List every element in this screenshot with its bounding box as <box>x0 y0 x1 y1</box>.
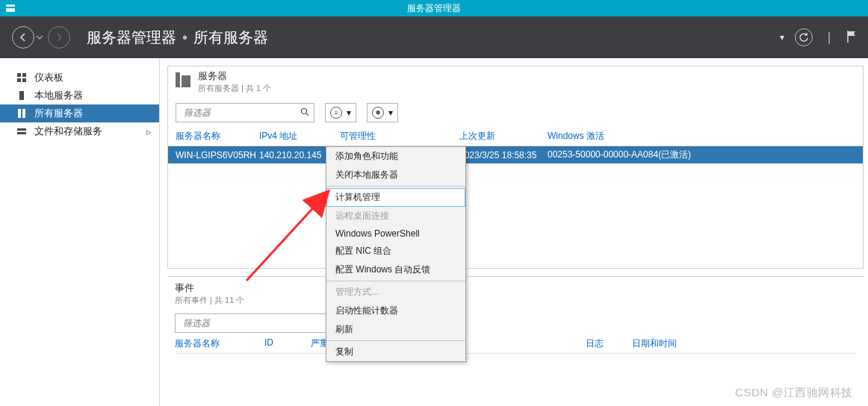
events-column-headers: 服务器名称 ID 严重性 源 日志 日期和时间 <box>175 333 856 354</box>
ctx-computer-management[interactable]: 计算机管理 <box>326 188 465 207</box>
ctx-start-perf-counters[interactable]: 启动性能计数器 <box>326 302 465 320</box>
ctx-remote-desktop: 远程桌面连接 <box>326 207 465 225</box>
svg-rect-10 <box>17 132 26 134</box>
title-bar: 服务器管理器 <box>0 0 868 16</box>
svg-rect-8 <box>22 109 25 118</box>
ctx-manage-as: 管理方式... <box>326 283 465 302</box>
chevron-down-icon: ▾ <box>388 107 393 118</box>
all-servers-icon <box>16 108 27 119</box>
servers-panel: 服务器 所有服务器 | 共 1 个 ≡ ▾ ⬢ ▾ <box>167 66 864 269</box>
sidebar-item-file-storage[interactable]: 文件和存储服务 ▹ <box>0 122 159 140</box>
servers-filter-box[interactable] <box>176 103 314 122</box>
svg-point-13 <box>302 108 307 113</box>
svg-rect-4 <box>17 78 21 82</box>
main: 服务器 所有服务器 | 共 1 个 ≡ ▾ ⬢ ▾ <box>160 58 868 406</box>
ctx-separator <box>326 340 465 341</box>
svg-rect-6 <box>19 91 24 100</box>
header-dropdown-indicator[interactable]: ▾ <box>780 32 784 43</box>
search-icon[interactable] <box>300 107 309 119</box>
svg-line-14 <box>306 113 309 116</box>
events-filter-box[interactable] <box>175 313 351 333</box>
sidebar-item-dashboard[interactable]: 仪表板 <box>0 69 159 87</box>
window-title: 服务器管理器 <box>0 2 868 15</box>
dashboard-icon <box>16 72 27 83</box>
cell-last-update: 2023/3/25 18:58:35 <box>459 150 548 160</box>
sidebar-item-all-servers[interactable]: 所有服务器 <box>0 104 159 122</box>
filter-options-button[interactable]: ≡ ▾ <box>325 103 356 122</box>
col-ev-datetime[interactable]: 日期和时间 <box>632 337 856 350</box>
breadcrumb: 服务器管理器 • 所有服务器 <box>87 28 268 48</box>
svg-rect-2 <box>17 73 21 77</box>
events-subtitle: 所有事件 | 共 11 个 <box>175 295 856 306</box>
sidebar-item-label: 本地服务器 <box>34 90 83 102</box>
back-button[interactable] <box>12 26 34 49</box>
events-panel: 事件 所有事件 | 共 11 个 服务器名称 ID 严重性 源 日志 日期和时间 <box>167 276 864 354</box>
ctx-copy[interactable]: 复制 <box>326 343 465 361</box>
storage-icon <box>16 126 27 137</box>
events-title: 事件 <box>175 281 856 295</box>
svg-rect-5 <box>22 78 26 82</box>
forward-button[interactable] <box>48 26 70 49</box>
servers-title: 服务器 <box>198 69 271 83</box>
col-ev-log[interactable]: 日志 <box>586 337 632 350</box>
ctx-add-roles[interactable]: 添加角色和功能 <box>326 147 465 166</box>
refresh-button[interactable] <box>795 28 813 46</box>
chevron-right-icon: • <box>182 29 187 46</box>
watermark: CSDN @江西驰网科技 <box>735 386 853 400</box>
sidebar-item-label: 所有服务器 <box>34 107 83 120</box>
col-ipv4[interactable]: IPv4 地址 <box>259 130 340 143</box>
filter-circle-icon: ≡ <box>330 107 342 119</box>
ctx-auto-feedback[interactable]: 配置 Windows 自动反馈 <box>326 260 465 279</box>
ctx-powershell[interactable]: Windows PowerShell <box>326 225 465 242</box>
sidebar-item-local-server[interactable]: 本地服务器 <box>0 87 159 104</box>
ctx-separator <box>326 281 465 281</box>
sidebar-item-label: 文件和存储服务 <box>34 125 102 138</box>
chevron-right-icon: ▹ <box>146 126 152 137</box>
servers-icon <box>174 71 192 89</box>
svg-rect-9 <box>17 128 26 131</box>
events-filter-input[interactable] <box>182 317 274 329</box>
col-ev-server-name[interactable]: 服务器名称 <box>175 337 264 350</box>
ctx-refresh[interactable]: 刷新 <box>326 320 465 339</box>
back-dropdown-icon[interactable] <box>36 34 43 41</box>
col-last-update[interactable]: 上次更新 <box>459 130 548 143</box>
chevron-down-icon: ▾ <box>347 107 351 118</box>
servers-filter-input[interactable] <box>182 107 275 119</box>
flag-icon[interactable] <box>846 30 858 46</box>
col-server-name[interactable]: 服务器名称 <box>176 130 259 143</box>
server-row[interactable]: WIN-LGIPS6V05RH 140.210.20.145 联机 - 未启动性… <box>168 146 863 163</box>
col-manageability[interactable]: 可管理性 <box>340 130 459 143</box>
svg-rect-7 <box>18 109 21 118</box>
col-ev-id[interactable]: ID <box>264 337 311 350</box>
sidebar: 仪表板 本地服务器 所有服务器 文件和存储服务 ▹ <box>0 58 160 406</box>
servers-subtitle: 所有服务器 | 共 1 个 <box>198 83 271 94</box>
svg-rect-11 <box>176 72 180 87</box>
ctx-nic-team[interactable]: 配置 NIC 组合 <box>326 242 465 260</box>
header: 服务器管理器 • 所有服务器 ▾ ｜ <box>0 16 868 58</box>
ctx-shutdown-local[interactable]: 关闭本地服务器 <box>326 166 465 184</box>
context-menu: 添加角色和功能 关闭本地服务器 计算机管理 远程桌面连接 Windows Pow… <box>326 146 466 362</box>
servers-column-headers: 服务器名称 IPv4 地址 可管理性 上次更新 Windows 激活 <box>168 130 863 146</box>
svg-rect-12 <box>182 75 190 87</box>
save-circle-icon: ⬢ <box>372 107 384 119</box>
sidebar-item-label: 仪表板 <box>34 72 63 84</box>
cell-activation: 00253-50000-00000-AA084(已激活) <box>548 149 863 161</box>
local-server-icon <box>16 90 27 101</box>
breadcrumb-root[interactable]: 服务器管理器 <box>87 28 176 48</box>
save-search-button[interactable]: ⬢ ▾ <box>367 103 398 122</box>
ctx-separator <box>326 186 465 187</box>
breadcrumb-page[interactable]: 所有服务器 <box>193 28 268 48</box>
svg-rect-3 <box>22 73 26 77</box>
pipe-icon: ｜ <box>823 30 835 46</box>
cell-server-name: WIN-LGIPS6V05RH <box>176 150 259 160</box>
col-activation[interactable]: Windows 激活 <box>548 130 863 143</box>
servers-empty-area <box>168 163 863 268</box>
